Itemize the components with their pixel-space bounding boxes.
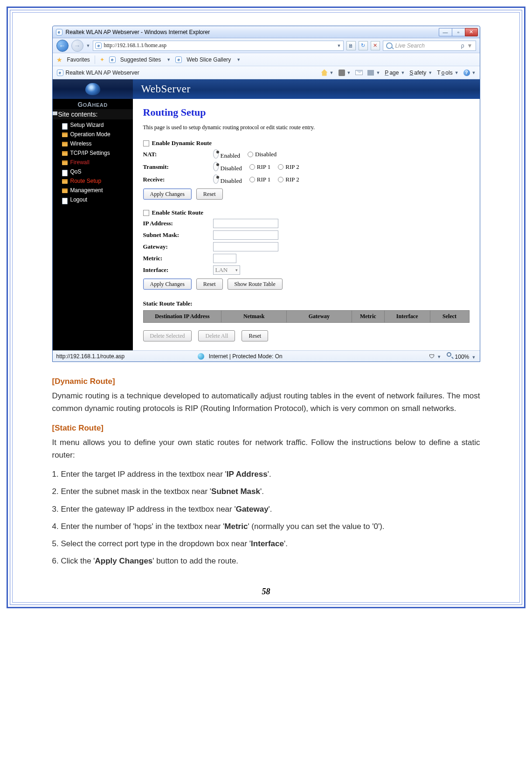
ie-icon: e xyxy=(55,28,63,36)
static-reset-button[interactable]: Reset xyxy=(196,278,223,290)
tools-menu[interactable]: Tools▼ xyxy=(437,70,458,76)
delete-selected-button[interactable]: Delete Selected xyxy=(143,330,192,341)
dyn-apply-button[interactable]: Apply Changes xyxy=(143,188,192,200)
sidebar-item-setup-wizard[interactable]: Setup Wizard xyxy=(62,120,133,130)
suggested-sites[interactable]: Suggested Sites xyxy=(120,56,161,63)
dyn-reset-button[interactable]: Reset xyxy=(196,188,223,200)
sidebar-item-management[interactable]: Management xyxy=(62,186,133,195)
section-head-dynamic: [Dynamic Route] xyxy=(52,375,480,388)
page-title: Routing Setup xyxy=(143,106,470,118)
zoom-icon xyxy=(447,352,453,359)
compat-button[interactable]: 🗎 xyxy=(346,41,356,50)
help-button[interactable]: ?▼ xyxy=(463,70,476,76)
nav-tree: Setup Wizard Operation Mode Wireless TCP… xyxy=(53,119,133,204)
rx-rip2-radio[interactable]: RIP 2 xyxy=(278,176,299,183)
read-mail-button[interactable] xyxy=(355,70,363,75)
refresh-button[interactable]: ↻ xyxy=(359,41,368,50)
page-content: GOAHEAD Site contents: Setup Wizard Oper… xyxy=(53,79,480,350)
col-netmask: Netmask xyxy=(221,311,287,323)
page-menu[interactable]: PPageage▼ xyxy=(385,70,405,76)
static-enable-checkbox[interactable] xyxy=(143,210,149,216)
dyn-enable-label: Enable Dynamic Route xyxy=(152,139,212,147)
brand-text: GOAHEAD xyxy=(53,99,133,109)
search-placeholder: Live Search xyxy=(395,42,425,49)
favorites-bar: ★ Favorites ✦ e Suggested Sites ▼ e Web … xyxy=(53,53,480,66)
sidebar-item-logout[interactable]: Logout xyxy=(62,195,133,204)
help-icon: ? xyxy=(463,70,470,76)
ip-input[interactable] xyxy=(213,219,278,228)
window-title: Realtek WLAN AP Webserver - Windows Inte… xyxy=(63,29,439,35)
active-tab[interactable]: e Realtek WLAN AP Webserver xyxy=(56,69,139,77)
route-table-title: Static Route Table: xyxy=(143,300,193,307)
gw-input[interactable] xyxy=(213,242,278,251)
search-icon xyxy=(386,42,393,49)
static-apply-button[interactable]: Apply Changes xyxy=(143,278,192,290)
search-dropdown-icon[interactable]: ▼ xyxy=(467,42,473,49)
safety-menu[interactable]: Safety▼ xyxy=(409,70,432,76)
protected-mode-button[interactable]: 🛡 ▼ xyxy=(429,353,441,360)
print-button[interactable]: ▼ xyxy=(367,70,380,76)
metric-input[interactable] xyxy=(213,254,236,263)
logo xyxy=(53,79,133,99)
rx-disabled-radio[interactable]: Disabled xyxy=(213,174,242,185)
tx-rip2-radio[interactable]: RIP 2 xyxy=(278,163,299,171)
show-route-table-button[interactable]: Show Route Table xyxy=(228,278,283,290)
favorites-label[interactable]: Favorites xyxy=(67,56,90,63)
search-box[interactable]: Live Search ρ ▼ xyxy=(383,41,476,51)
minimize-button[interactable]: — xyxy=(439,28,452,36)
suggested-icon: ✦ xyxy=(100,56,104,63)
browser-window: e Realtek WLAN AP Webserver - Windows In… xyxy=(52,26,480,362)
forward-button[interactable]: → xyxy=(71,40,83,52)
nat-disabled-radio[interactable]: Disabled xyxy=(248,151,276,158)
document-body: [Dynamic Route] Dynamic routing is a tec… xyxy=(52,375,480,567)
iface-select[interactable]: LAN▾ xyxy=(213,265,240,275)
gw-label: Gateway: xyxy=(143,243,213,250)
col-dest: Destination IP Address xyxy=(143,311,221,323)
stop-button[interactable]: ✕ xyxy=(371,41,380,50)
section-body-dynamic: Dynamic routing is a technique developed… xyxy=(52,389,480,415)
sidebar-item-operation-mode[interactable]: Operation Mode xyxy=(62,130,133,139)
step-4: 4. Enter the number of 'hops' in the tex… xyxy=(52,520,480,533)
sidebar-item-tcpip[interactable]: TCP/IP Settings xyxy=(62,148,133,158)
zoom-control[interactable]: 100% ▼ xyxy=(447,352,476,360)
section-body-static: It menu allows you to define your own st… xyxy=(52,436,480,461)
feeds-button[interactable]: ▼ xyxy=(339,70,351,76)
url-text: http://192.168.1.1/home.asp xyxy=(104,42,335,49)
sidebar-item-wireless[interactable]: Wireless xyxy=(62,139,133,148)
page-glyph: e xyxy=(109,56,116,63)
chevron-down-icon[interactable]: ▼ xyxy=(166,57,171,62)
chevron-down-icon[interactable]: ▼ xyxy=(235,57,241,62)
dyn-enable-checkbox[interactable] xyxy=(143,140,149,146)
back-button[interactable]: ← xyxy=(56,40,69,52)
delete-all-button[interactable]: Delete All xyxy=(198,330,235,341)
sidebar-item-qos[interactable]: QoS xyxy=(62,167,133,176)
main-panel: WebServer Routing Setup This page is use… xyxy=(133,79,480,350)
page-number: 58 xyxy=(26,587,506,597)
mask-label: Subnet Mask: xyxy=(143,231,213,239)
nat-enabled-radio[interactable]: Enabled xyxy=(213,149,241,160)
home-button[interactable]: ▼ xyxy=(321,70,334,76)
tx-disabled-radio[interactable]: Disabled xyxy=(213,162,242,172)
col-iface: Interface xyxy=(384,311,430,323)
static-route-table: Destination IP Address Netmask Gateway M… xyxy=(143,310,470,323)
step-1: 1. Enter the target IP address in the te… xyxy=(52,468,480,480)
maximize-button[interactable]: ▫ xyxy=(452,28,465,36)
sidebar-item-route-setup[interactable]: Route Setup xyxy=(62,176,133,186)
status-url: http://192.168.1.1/route.asp xyxy=(56,353,125,360)
ip-label: IP Address: xyxy=(143,220,213,227)
nav-bar: ← → ▼ e http://192.168.1.1/home.asp ▼ 🗎 … xyxy=(53,38,480,53)
tx-rip1-radio[interactable]: RIP 1 xyxy=(249,163,271,171)
address-bar[interactable]: e http://192.168.1.1/home.asp ▼ xyxy=(93,41,343,51)
table-reset-button[interactable]: Reset xyxy=(242,330,268,341)
webserver-banner: WebServer xyxy=(133,79,480,99)
mask-input[interactable] xyxy=(213,230,278,240)
step-6: 6. Click the 'Apply Changes' button to a… xyxy=(52,555,480,567)
web-slice[interactable]: Web Slice Gallery xyxy=(187,56,231,63)
sidebar-item-firewall[interactable]: Firewall xyxy=(62,158,133,167)
rx-rip1-radio[interactable]: RIP 1 xyxy=(249,176,271,183)
favorites-star-icon[interactable]: ★ xyxy=(56,56,62,63)
close-button[interactable]: ✕ xyxy=(465,28,478,36)
nat-label: NAT: xyxy=(143,151,213,158)
addr-dropdown-icon[interactable]: ▼ xyxy=(337,43,341,48)
col-gateway: Gateway xyxy=(287,311,352,323)
